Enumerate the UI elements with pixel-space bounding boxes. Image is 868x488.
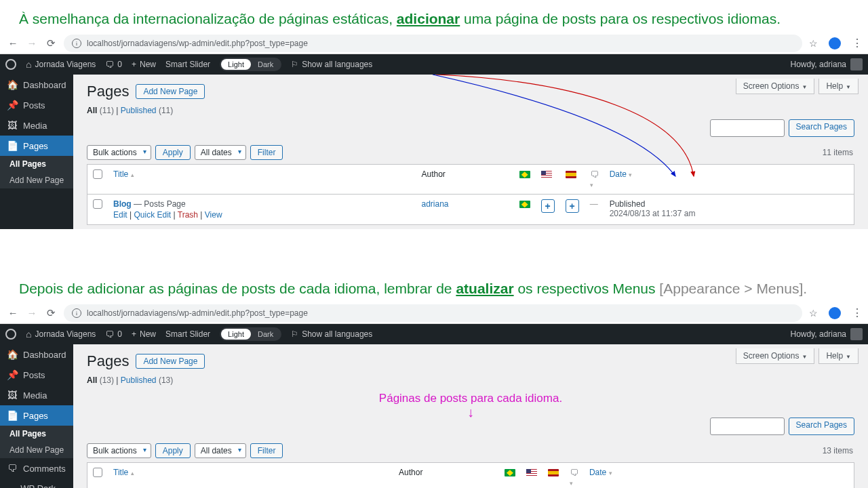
sidebar-dashboard[interactable]: 🏠Dashboard [0,75,73,95]
sidebar-media[interactable]: 🖼Media [0,115,73,136]
site-link[interactable]: ⌂Jornada Viagens [26,59,96,70]
add-new-page-button[interactable]: Add New Page [136,354,205,369]
help-tab[interactable]: Help▼ [818,79,859,94]
new-link[interactable]: +New [132,329,156,339]
sidebar-comments[interactable]: 🗨Comments [0,458,73,479]
search-input[interactable] [710,418,785,435]
col-date[interactable]: Date ▾ [604,165,854,195]
col-title[interactable]: Title ▴ [108,165,416,195]
apply-button[interactable]: Apply [155,443,191,458]
forward-icon[interactable]: → [26,37,38,49]
add-translation-es-button[interactable]: + [566,199,579,213]
sidebar-add-new-page[interactable]: Add New Page [0,442,73,458]
help-tab[interactable]: Help▼ [818,348,859,364]
site-link[interactable]: ⌂Jornada Viagens [26,329,96,340]
sidebar-all-pages[interactable]: All Pages [0,426,73,442]
back-icon[interactable]: ← [7,307,19,319]
page-title-link[interactable]: Blog [113,199,132,209]
speech-icon: 🗨 [105,60,114,70]
add-translation-us-button[interactable]: + [541,199,555,213]
row-checkbox[interactable] [93,199,102,209]
wp-logo-icon[interactable] [5,59,16,70]
info-icon[interactable]: i [72,308,81,318]
filter-published[interactable]: Published [121,106,157,115]
theme-toggle[interactable]: Light Dark [220,327,281,341]
filter-all[interactable]: All [87,106,97,115]
select-all-checkbox[interactable] [93,169,102,179]
edit-link[interactable]: Edit [113,210,127,220]
info-icon[interactable]: i [72,39,81,48]
user-avatar [850,58,863,70]
flag-es-icon [566,171,576,178]
date-cell: Published2024/08/13 at 11:37 am [604,195,854,225]
comments-link[interactable]: 🗨0 [105,329,122,340]
howdy-greeting[interactable]: Howdy, adriana [791,58,863,70]
address-bar[interactable]: i localhost/jornadaviagens/wp-admin/edit… [64,35,802,52]
sidebar-pages[interactable]: 📄Pages [0,136,73,156]
dark-pill[interactable]: Dark [251,59,280,70]
light-pill[interactable]: Light [221,59,251,70]
flag-br-icon [505,469,515,476]
select-all-checkbox[interactable] [93,468,102,477]
forward-icon[interactable]: → [26,307,38,319]
search-pages-button[interactable]: Search Pages [789,418,854,435]
filter-button[interactable]: Filter [250,145,283,160]
search-input[interactable] [710,119,785,137]
address-bar[interactable]: i localhost/jornadaviagens/wp-admin/edit… [64,304,802,322]
comments-link[interactable]: 🗨0 [105,60,122,70]
flag-br-icon [519,201,530,208]
sidebar-pages[interactable]: 📄Pages [0,405,73,426]
author-link[interactable]: adriana [421,199,448,209]
search-pages-button[interactable]: Search Pages [789,119,854,137]
screen-options-tab[interactable]: Screen Options▼ [736,348,815,364]
dates-select[interactable]: All dates [195,443,246,458]
theme-toggle[interactable]: Light Dark [220,58,281,71]
languages-link[interactable]: ⚐Show all languages [291,60,372,69]
smart-slider-link[interactable]: Smart Slider [165,329,210,339]
sidebar-posts[interactable]: 📌Posts [0,95,73,115]
smart-slider-link[interactable]: Smart Slider [165,60,210,69]
bulk-actions-select[interactable]: Bulk actions [87,145,151,160]
sidebar-all-pages[interactable]: All Pages [0,156,73,172]
content-area: Screen Options▼ Help▼ Pages Add New Page… [73,344,868,488]
sidebar-dashboard[interactable]: 🏠Dashboard [0,344,73,365]
profile-avatar[interactable] [829,37,841,49]
col-title[interactable]: Title ▴ [108,463,393,489]
page-title: Pages [87,352,129,370]
trash-link[interactable]: Trash [178,210,198,220]
kebab-icon[interactable]: ⋮ [852,37,861,49]
sidebar-add-new-page[interactable]: Add New Page [0,172,73,188]
comment-icon: 🗨 [590,169,599,180]
dates-select[interactable]: All dates [195,145,246,160]
flag-br-icon [519,171,530,178]
back-icon[interactable]: ← [7,37,19,49]
reload-icon[interactable]: ⟳ [45,37,57,49]
sidebar-darkmode[interactable]: ☾WP Dark Mode [0,479,73,488]
comment-icon: 🗨 [570,468,578,478]
new-link[interactable]: +New [132,60,156,69]
bulk-actions-select[interactable]: Bulk actions [87,443,151,458]
apply-button[interactable]: Apply [155,145,191,160]
filter-button[interactable]: Filter [250,443,283,458]
profile-avatar[interactable] [829,307,841,319]
kebab-icon[interactable]: ⋮ [852,306,861,319]
row-actions: Edit | Quick Edit | Trash | View [113,210,410,220]
col-date[interactable]: Date ▾ [584,463,854,489]
screen-options-tab[interactable]: Screen Options▼ [736,79,815,94]
wp-logo-icon[interactable] [5,329,16,340]
page-title: Pages [87,83,129,100]
quick-edit-link[interactable]: Quick Edit [134,210,171,220]
col-author[interactable]: Author [416,165,513,195]
col-author[interactable]: Author [393,463,499,489]
items-count: 13 items [823,446,853,455]
add-new-page-button[interactable]: Add New Page [136,84,205,99]
view-link[interactable]: View [205,210,222,220]
sidebar-media[interactable]: 🖼Media [0,385,73,405]
bookmark-icon[interactable]: ☆ [809,308,818,319]
howdy-greeting[interactable]: Howdy, adriana [791,328,863,340]
bookmark-icon[interactable]: ☆ [809,38,818,49]
languages-link[interactable]: ⚐Show all languages [291,329,372,339]
reload-icon[interactable]: ⟳ [45,307,57,319]
home-icon: ⌂ [26,59,31,70]
sidebar-posts[interactable]: 📌Posts [0,365,73,385]
